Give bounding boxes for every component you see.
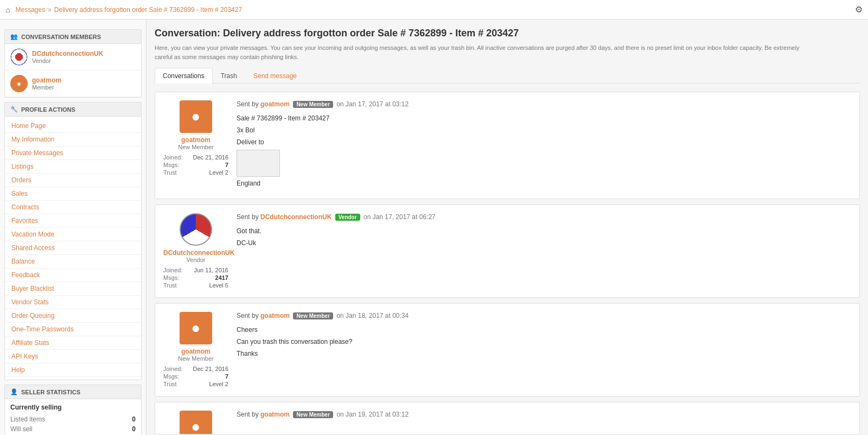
- msg-date-4: on Jan 19, 2017 at 03:12: [336, 411, 409, 418]
- sender-meta-3: Joined: Dec 21, 2016 Msgs: 7 Trust Level…: [163, 365, 228, 388]
- action-help[interactable]: Help: [5, 363, 141, 377]
- action-contracts[interactable]: Contracts: [5, 201, 141, 214]
- action-my-information[interactable]: My Information: [5, 133, 141, 146]
- msg-sender-link-2[interactable]: DCdutchconnectionUK: [260, 213, 331, 221]
- action-affiliate-stats[interactable]: Affiliate Stats: [5, 336, 141, 350]
- sender-name-3[interactable]: goatmom: [163, 348, 228, 355]
- action-feedback[interactable]: Feedback: [5, 268, 141, 282]
- member-name-vendor[interactable]: DCdutchconnectionUK: [32, 50, 103, 57]
- breadcrumb-messages[interactable]: Messages: [15, 6, 45, 14]
- stats-icon: 👤: [10, 388, 18, 395]
- seller-stats-content: Currently selling Listed items 0 Will se…: [5, 399, 141, 435]
- message-body-3: Sent by goatmom New Member on Jan 18, 20…: [237, 312, 851, 388]
- msg-sender-link-1[interactable]: goatmom: [260, 100, 290, 108]
- sender-avatar-3: ●: [180, 312, 212, 344]
- msg-date-3: on Jan 18, 2017 at 00:34: [336, 312, 409, 319]
- action-vendor-stats[interactable]: Vendor Stats: [5, 296, 141, 309]
- sender-avatar-4: ●: [180, 411, 212, 434]
- message-body-2: Sent by DCdutchconnectionUK Vendor on Ja…: [237, 213, 851, 289]
- conversation-members-header: 👥 CONVERSATION MEMBERS: [5, 30, 141, 44]
- badge-member-4: New Member: [293, 411, 333, 418]
- breadcrumb-current: Delivery address forgotton order Sale # …: [54, 6, 242, 14]
- sender-panel-3: ● goatmom New Member Joined: Dec 21, 201…: [163, 312, 228, 388]
- member-avatar: ●: [10, 75, 28, 92]
- tab-conversations[interactable]: Conversations: [155, 68, 213, 84]
- action-vacation-mode[interactable]: Vacation Mode: [5, 228, 141, 241]
- seller-stats-header: 👤 SELLER STATISTICS: [5, 385, 141, 399]
- sender-meta-1: Joined: Dec 21, 2016 Msgs: 7 Trust Level…: [163, 153, 228, 176]
- message-body-1: Sent by goatmom New Member on Jan 17, 20…: [237, 100, 851, 190]
- sender-panel-2: DCdutchconnectionUK Vendor Joined: Jun 1…: [163, 213, 228, 289]
- page-description: Here, you can view your private messages…: [155, 43, 806, 61]
- action-home-page[interactable]: Home Page: [5, 119, 141, 133]
- action-sales[interactable]: Sales: [5, 187, 141, 201]
- action-favorites[interactable]: Favorites: [5, 214, 141, 228]
- badge-member-3: New Member: [293, 312, 333, 319]
- member-info-member: goatmom Member: [32, 76, 61, 91]
- seller-statistics-panel: 👤 SELLER STATISTICS Currently selling Li…: [4, 385, 142, 435]
- breadcrumb-separator: »: [48, 6, 52, 14]
- action-private-messages[interactable]: Private Messages: [5, 146, 141, 160]
- message-text-2: Got that. DC-Uk: [237, 226, 851, 248]
- action-listings[interactable]: Listings: [5, 160, 141, 174]
- message-header-4: Sent by goatmom New Member on Jan 19, 20…: [237, 411, 851, 418]
- message-card-4: ● Sent by goatmom New Member on Jan 19, …: [155, 402, 860, 434]
- vendor-avatar-big: [180, 213, 212, 246]
- sender-panel-1: ● goatmom New Member Joined: Dec 21, 201…: [163, 100, 228, 190]
- page-title: Conversation: Delivery address forgotton…: [155, 28, 860, 39]
- tab-send-message[interactable]: Send message: [245, 68, 305, 84]
- message-header-1: Sent by goatmom New Member on Jan 17, 20…: [237, 100, 851, 108]
- member-info-vendor: DCdutchconnectionUK Vendor: [32, 50, 103, 64]
- action-otp[interactable]: One-Time Passwords: [5, 323, 141, 336]
- msg-sender-link-3[interactable]: goatmom: [260, 312, 290, 319]
- badge-vendor-2: Vendor: [335, 214, 360, 221]
- action-shared-access[interactable]: Shared Access: [5, 241, 141, 255]
- message-card-2: DCdutchconnectionUK Vendor Joined: Jun 1…: [155, 204, 860, 298]
- msg-date-1: on Jan 17, 2017 at 03:12: [336, 100, 409, 108]
- profile-actions-list: Home Page My Information Private Message…: [5, 117, 141, 380]
- message-header-2: Sent by DCdutchconnectionUK Vendor on Ja…: [237, 213, 851, 221]
- sender-role-2: Vendor: [163, 257, 228, 263]
- vendor-avatar: [10, 48, 28, 66]
- sender-name-1[interactable]: goatmom: [163, 136, 228, 144]
- member-role-vendor: Vendor: [32, 57, 103, 64]
- stats-row-listed: Listed items 0: [10, 414, 136, 424]
- message-body-4: Sent by goatmom New Member on Jan 19, 20…: [237, 411, 851, 426]
- action-buyer-blacklist[interactable]: Buyer Blacklist: [5, 282, 141, 296]
- message-text-3: Cheers Can you trash this conversation p…: [237, 325, 851, 360]
- sender-role-1: New Member: [163, 144, 228, 150]
- action-order-queuing[interactable]: Order Queuing: [5, 309, 141, 323]
- stats-row-willsell: Will sell 0: [10, 424, 136, 434]
- tab-trash[interactable]: Trash: [213, 68, 245, 84]
- profile-icon: 🔧: [10, 106, 18, 113]
- msg-sender-link-4[interactable]: goatmom: [260, 411, 290, 418]
- sender-meta-2: Joined: Jun 11, 2016 Msgs: 2417 Trust Le…: [163, 266, 228, 289]
- member-item-vendor: DCdutchconnectionUK Vendor: [5, 44, 141, 71]
- message-card-3: ● goatmom New Member Joined: Dec 21, 201…: [155, 303, 860, 396]
- sender-name-2[interactable]: DCdutchconnectionUK: [163, 249, 228, 257]
- sidebar: 👥 CONVERSATION MEMBERS DCdutchconnection…: [0, 20, 146, 435]
- main-content: Conversation: Delivery address forgotton…: [146, 20, 868, 435]
- message-card-1: ● goatmom New Member Joined: Dec 21, 201…: [155, 92, 860, 199]
- stats-title: Currently selling: [10, 404, 136, 411]
- members-icon: 👥: [10, 33, 18, 40]
- settings-icon[interactable]: ⚙: [855, 4, 863, 15]
- sender-role-3: New Member: [163, 355, 228, 362]
- page-layout: 👥 CONVERSATION MEMBERS DCdutchconnection…: [0, 20, 868, 435]
- profile-actions-header: 🔧 PROFILE ACTIONS: [5, 103, 141, 117]
- profile-actions-panel: 🔧 PROFILE ACTIONS Home Page My Informati…: [4, 102, 142, 380]
- redacted-address: [237, 150, 280, 177]
- top-nav: ⌂ Messages » Delivery address forgotton …: [0, 0, 868, 20]
- sender-avatar-1: ●: [180, 100, 212, 133]
- member-name-member[interactable]: goatmom: [32, 76, 61, 84]
- message-text-1: Sale # 7362899 - Item # 203427 3x Bol De…: [237, 113, 851, 189]
- badge-member-1: New Member: [293, 101, 333, 108]
- home-icon[interactable]: ⌂: [5, 5, 10, 14]
- conversation-tabs: Conversations Trash Send message: [155, 68, 860, 84]
- sender-panel-4: ●: [163, 411, 228, 426]
- member-role-member: Member: [32, 84, 61, 91]
- action-orders[interactable]: Orders: [5, 174, 141, 187]
- action-balance[interactable]: Balance: [5, 255, 141, 268]
- member-item-member: ● goatmom Member: [5, 71, 141, 97]
- action-api-keys[interactable]: API Keys: [5, 350, 141, 363]
